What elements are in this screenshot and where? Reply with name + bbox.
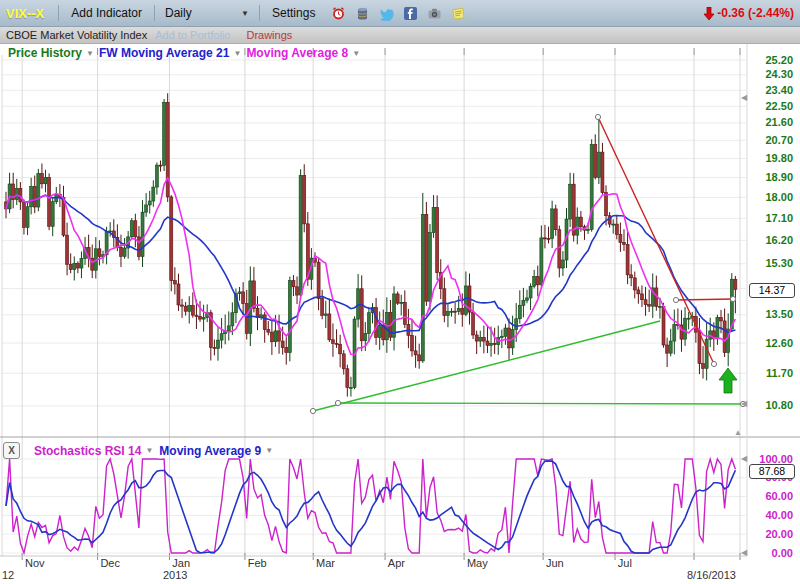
ma21-dropdown[interactable]: FW Moving Average 21 ▼ bbox=[99, 46, 241, 60]
price-history-label: Price History bbox=[8, 46, 82, 60]
indicator-axis-label: 60.00 bbox=[748, 490, 793, 502]
chevron-down-icon: ▼ bbox=[352, 49, 360, 58]
year-label-left: 12 bbox=[2, 569, 14, 581]
close-indicator-button[interactable]: X bbox=[3, 442, 20, 459]
scroll-up-icon[interactable]: ▲ bbox=[734, 429, 742, 437]
price-axis-label: 20.70 bbox=[748, 134, 793, 146]
price-axis-label: 24.30 bbox=[748, 68, 793, 80]
chevron-down-icon: ▼ bbox=[233, 49, 241, 58]
axis-marker-icon: ◀ bbox=[741, 455, 747, 463]
chevron-down-icon: ▼ bbox=[145, 446, 153, 455]
ma8-label: Moving Average 8 bbox=[246, 46, 348, 60]
Moving Average 9 bbox=[6, 461, 735, 553]
axis-marker-icon: ◀ bbox=[741, 94, 747, 102]
charting-app-window: VIX--X Add Indicator Daily ▼ Settings -0… bbox=[0, 0, 800, 584]
price-pane-header: Price History ▼ FW Moving Average 21 ▼ M… bbox=[8, 46, 360, 60]
support-line bbox=[338, 403, 743, 404]
indicator-axis-label: 100.00 bbox=[748, 453, 793, 465]
month-label: Nov bbox=[25, 557, 45, 569]
axis-marker-icon: ◀ bbox=[741, 549, 747, 557]
month-label: Dec bbox=[100, 557, 120, 569]
indicator-value-badge: 87.68 bbox=[749, 464, 795, 479]
price-axis-label: 18.90 bbox=[748, 171, 793, 183]
stochastics-label: Stochastics RSI 14 bbox=[34, 444, 141, 458]
price-axis-label: 21.60 bbox=[748, 116, 793, 128]
price-axis-label: 22.50 bbox=[748, 100, 793, 112]
stoch-ma-label: Moving Average 9 bbox=[159, 444, 261, 458]
price-axis-label: 16.20 bbox=[748, 234, 793, 246]
indicator-axis-label: 0.00 bbox=[748, 547, 793, 559]
price-axis-label: 25.20 bbox=[748, 54, 793, 66]
Stochastics RSI 14 bbox=[6, 459, 735, 553]
month-label: Feb bbox=[248, 557, 267, 569]
ma8-dropdown[interactable]: Moving Average 8 ▼ bbox=[246, 46, 360, 60]
month-label: Mar bbox=[316, 557, 335, 569]
price-axis-label: 23.40 bbox=[748, 84, 793, 96]
month-label: Jan bbox=[172, 557, 190, 569]
chevron-down-icon: ▼ bbox=[86, 49, 94, 58]
year-label-2013: 2013 bbox=[163, 569, 187, 581]
stoch-ma-dropdown[interactable]: Moving Average 9 ▼ bbox=[159, 444, 273, 458]
chevron-down-icon: ▼ bbox=[265, 446, 273, 455]
month-label: May bbox=[467, 557, 488, 569]
candlesticks bbox=[5, 93, 737, 396]
price-axis-label: 18.00 bbox=[748, 191, 793, 203]
price-axis-label: 12.60 bbox=[748, 337, 793, 349]
price-axis-label: 11.70 bbox=[748, 367, 793, 379]
stochastics-dropdown[interactable]: Stochastics RSI 14 ▼ bbox=[34, 444, 153, 458]
price-axis-label: 15.30 bbox=[748, 257, 793, 269]
indicator-axis-label: 20.00 bbox=[748, 528, 793, 540]
price-axis-label: 19.80 bbox=[748, 152, 793, 164]
price-axis-label: 13.50 bbox=[748, 308, 793, 320]
month-label: Apr bbox=[388, 557, 405, 569]
up-arrow-annotation bbox=[719, 368, 737, 393]
month-label: Jun bbox=[546, 557, 564, 569]
last-price-badge: 14.37 bbox=[749, 283, 795, 298]
ma21-label: FW Moving Average 21 bbox=[99, 46, 229, 60]
axis-marker-icon: ◀ bbox=[741, 400, 747, 408]
indicator-pane-header: X Stochastics RSI 14 ▼ Moving Average 9 … bbox=[3, 442, 273, 459]
chart-canvas[interactable] bbox=[0, 0, 800, 584]
month-label: Jul bbox=[618, 557, 632, 569]
indicator-axis-label: 40.00 bbox=[748, 509, 793, 521]
last-date-label: 8/16/2013 bbox=[687, 569, 736, 581]
price-axis-label: 17.10 bbox=[748, 212, 793, 224]
lower-indicator-lines bbox=[6, 459, 735, 553]
resistance-line bbox=[676, 299, 733, 300]
price-history-dropdown[interactable]: Price History ▼ bbox=[8, 46, 94, 60]
price-axis-label: 10.80 bbox=[748, 399, 793, 411]
